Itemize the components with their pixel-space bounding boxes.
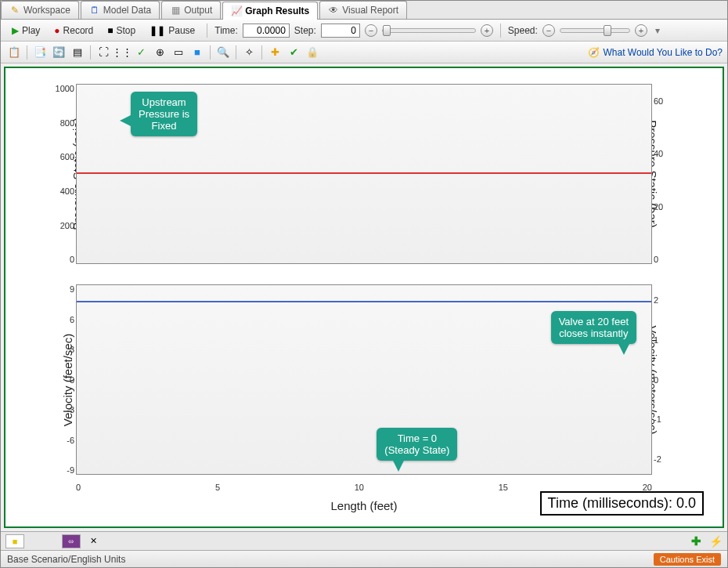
apply-icon: ✔ [290, 46, 298, 58]
tab-label: Visual Report [342, 5, 398, 16]
callout-tail [120, 114, 132, 127]
copy-icon: 📑 [34, 46, 46, 58]
y-ticks-right: 2 1 0 -1 -2 [654, 284, 683, 475]
tick: 200 [45, 221, 74, 230]
velocity-line [77, 301, 651, 302]
play-button[interactable]: ▶ Play [7, 23, 45, 38]
time-display-text: Time (milliseconds): 0.0 [548, 495, 696, 511]
callout-text: Valve at 20 feet [559, 316, 629, 327]
grid-dots-button[interactable]: ⋮⋮ [114, 44, 131, 61]
step-label: Step: [294, 25, 316, 36]
tab-output[interactable]: ▦ Output [161, 1, 221, 19]
add-button[interactable]: ✚ [266, 44, 283, 61]
stop-button[interactable]: ■ Stop [103, 23, 140, 38]
scenario-text: Base Scenario/English Units [7, 554, 125, 565]
tick: 0 [654, 375, 683, 385]
tick: -9 [45, 465, 74, 475]
step-plus-button[interactable]: + [481, 24, 493, 37]
tab-visual-report[interactable]: 👁 Visual Report [319, 1, 407, 19]
tab-label: Model Data [103, 5, 151, 16]
tab-workspace[interactable]: ✎ Workspace [1, 1, 79, 19]
tick: 0 [76, 483, 81, 492]
check-button[interactable]: ✓ [132, 44, 150, 61]
callout-text: closes instantly [559, 327, 629, 339]
grid-icon: ▦ [170, 5, 181, 16]
separator [90, 45, 91, 60]
list-button[interactable]: ▤ [69, 44, 86, 61]
format-button[interactable]: ✧ [240, 44, 258, 61]
slider-thumb[interactable] [383, 25, 391, 36]
time-input[interactable] [243, 24, 290, 38]
speed-label: Speed: [508, 25, 538, 36]
pressure-line [77, 172, 651, 174]
tick: 9 [45, 284, 74, 294]
tick: 0 [654, 255, 683, 264]
y-ticks-left: 1000 800 600 400 200 0 [45, 84, 74, 264]
refresh-button[interactable]: 🔄 [50, 44, 67, 61]
stop-icon: ■ [107, 25, 113, 36]
check-icon: ✓ [137, 46, 146, 58]
separator [500, 24, 501, 38]
lock-button[interactable]: 🔒 [304, 44, 321, 61]
tick: 1000 [45, 84, 74, 93]
tick: 0 [45, 375, 74, 385]
callout-text: Time = 0 [384, 432, 449, 444]
tick: 60 [654, 96, 683, 106]
tick: 0 [45, 255, 74, 264]
tab-model-data[interactable]: 🗒 Model Data [81, 1, 160, 19]
tick: 6 [45, 315, 74, 324]
status-bar: Base Scenario/English Units Cautions Exi… [1, 550, 727, 567]
speed-plus-button[interactable]: + [635, 24, 647, 37]
velocity-chart: Velocity (feet/sec) Velocity (meters/sec… [45, 277, 683, 483]
help-link[interactable]: 🧭 What Would You Like to Do? [588, 47, 723, 58]
speed-minus-button[interactable]: − [542, 24, 555, 37]
separator [261, 45, 262, 60]
y-ticks-right: 60 40 20 0 [654, 84, 683, 264]
battery-button[interactable]: ▭ [170, 44, 187, 61]
list-icon: ▤ [73, 46, 82, 58]
callout-time-zero: Time = 0 (Steady State) [377, 428, 457, 461]
chart-icon: 📈 [231, 5, 242, 16]
bottom-tab-graph[interactable]: ⬄ [62, 534, 81, 548]
pause-button[interactable]: ❚❚ Pause [145, 23, 200, 38]
tick: 600 [45, 152, 74, 161]
tab-graph-results[interactable]: 📈 Graph Results [222, 2, 318, 20]
target-button[interactable]: ⊕ [151, 44, 168, 61]
step-input[interactable] [321, 24, 360, 38]
step-slider[interactable] [382, 28, 476, 33]
lock-icon: 🔒 [306, 46, 319, 58]
crop-button[interactable]: ⛶ [95, 44, 112, 61]
icon-toolbar: 📋 📑 🔄 ▤ ⛶ ⋮⋮ ✓ ⊕ ▭ ■ 🔍 ✧ ✚ ✔ 🔒 🧭 What Wo… [1, 42, 727, 63]
close-bottom-tab[interactable]: ✕ [84, 534, 103, 548]
slider-thumb[interactable] [604, 25, 611, 36]
graph-mini-icon: ⬄ [68, 537, 74, 545]
record-button[interactable]: ● Record [49, 23, 98, 38]
lightning-button[interactable]: ⚡ [709, 535, 723, 548]
dropdown-arrow-icon[interactable]: ▾ [655, 25, 660, 36]
pressure-chart: Pressure Static (psia) Pressure Static (… [45, 76, 683, 272]
callout-text: (Steady State) [384, 444, 449, 456]
tick: -3 [45, 405, 74, 414]
help-link-label: What Would You Like to Do? [603, 47, 723, 58]
time-label: Time: [214, 25, 238, 36]
speed-slider[interactable] [560, 28, 630, 33]
add-graph-button[interactable]: ✚ [691, 534, 701, 548]
tick: -2 [654, 454, 683, 464]
zoom-button[interactable]: 🔍 [214, 44, 232, 61]
callout-text: Fixed [139, 120, 189, 132]
clipboard-button[interactable]: 📋 [5, 44, 23, 61]
bottom-tab-yellow[interactable]: ■ [5, 534, 24, 548]
minus-icon: − [369, 26, 373, 35]
stop-label: Stop [117, 25, 136, 36]
color-button[interactable]: ■ [189, 44, 206, 61]
copy-button[interactable]: 📑 [31, 44, 49, 61]
tick: 10 [355, 483, 364, 492]
square-yellow-icon: ■ [13, 537, 18, 546]
main-tabs: ✎ Workspace 🗒 Model Data ▦ Output 📈 Grap… [1, 1, 727, 20]
apply-button[interactable]: ✔ [285, 44, 302, 61]
plus-icon: + [639, 26, 643, 35]
step-minus-button[interactable]: − [365, 24, 377, 37]
caution-badge[interactable]: Cautions Exist [654, 553, 721, 566]
grid-dots-icon: ⋮⋮ [112, 46, 132, 58]
callout-text: Pressure is [139, 108, 189, 120]
